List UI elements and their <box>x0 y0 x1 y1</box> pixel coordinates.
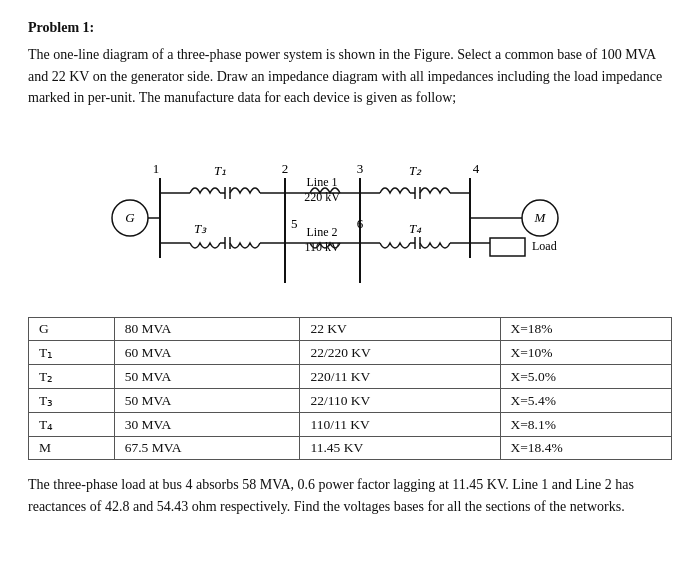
svg-text:220 kV: 220 kV <box>304 190 340 204</box>
table-cell-device: T₃ <box>29 389 115 413</box>
svg-text:Line 1: Line 1 <box>307 175 338 189</box>
svg-text:T₂: T₂ <box>409 163 422 178</box>
circuit-diagram: 1 G T₁ 2 Line 1 220 kV 3 <box>28 123 672 303</box>
table-cell-kv: 11.45 KV <box>300 437 500 460</box>
table-cell-mva: 67.5 MVA <box>114 437 300 460</box>
table-row: M67.5 MVA11.45 KVX=18.4% <box>29 437 672 460</box>
svg-text:M: M <box>534 210 547 225</box>
svg-text:T₁: T₁ <box>214 163 226 178</box>
table-cell-x: X=18% <box>500 318 672 341</box>
table-cell-device: T₁ <box>29 341 115 365</box>
footer-text: The three-phase load at bus 4 absorbs 58… <box>28 474 672 517</box>
table-cell-x: X=5.0% <box>500 365 672 389</box>
table-cell-x: X=18.4% <box>500 437 672 460</box>
svg-text:5: 5 <box>291 216 298 231</box>
table-cell-mva: 50 MVA <box>114 389 300 413</box>
svg-text:T₃: T₃ <box>194 221 207 236</box>
table-cell-mva: 60 MVA <box>114 341 300 365</box>
table-cell-mva: 30 MVA <box>114 413 300 437</box>
svg-rect-29 <box>490 238 525 256</box>
svg-text:3: 3 <box>357 161 364 176</box>
svg-text:Line 2: Line 2 <box>307 225 338 239</box>
table-cell-device: G <box>29 318 115 341</box>
table-cell-kv: 22/220 KV <box>300 341 500 365</box>
table-cell-x: X=8.1% <box>500 413 672 437</box>
svg-text:Load: Load <box>532 239 557 253</box>
svg-text:T₄: T₄ <box>409 221 422 236</box>
svg-text:2: 2 <box>282 161 289 176</box>
problem-title: Problem 1: <box>28 20 672 36</box>
svg-text:4: 4 <box>473 161 480 176</box>
table-cell-mva: 50 MVA <box>114 365 300 389</box>
table-cell-x: X=5.4% <box>500 389 672 413</box>
table-cell-kv: 22/110 KV <box>300 389 500 413</box>
intro-text: The one-line diagram of a three-phase po… <box>28 44 672 109</box>
table-row: G80 MVA22 KVX=18% <box>29 318 672 341</box>
table-cell-kv: 220/11 KV <box>300 365 500 389</box>
svg-text:1: 1 <box>153 161 160 176</box>
svg-text:G: G <box>125 210 135 225</box>
table-row: T₄30 MVA110/11 KVX=8.1% <box>29 413 672 437</box>
table-cell-kv: 22 KV <box>300 318 500 341</box>
table-cell-device: M <box>29 437 115 460</box>
table-cell-device: T₂ <box>29 365 115 389</box>
table-cell-device: T₄ <box>29 413 115 437</box>
table-row: T₃50 MVA22/110 KVX=5.4% <box>29 389 672 413</box>
device-data-table: G80 MVA22 KVX=18%T₁60 MVA22/220 KVX=10%T… <box>28 317 672 460</box>
svg-text:6: 6 <box>357 216 364 231</box>
table-cell-x: X=10% <box>500 341 672 365</box>
table-cell-mva: 80 MVA <box>114 318 300 341</box>
table-row: T₂50 MVA220/11 KVX=5.0% <box>29 365 672 389</box>
table-row: T₁60 MVA22/220 KVX=10% <box>29 341 672 365</box>
table-cell-kv: 110/11 KV <box>300 413 500 437</box>
